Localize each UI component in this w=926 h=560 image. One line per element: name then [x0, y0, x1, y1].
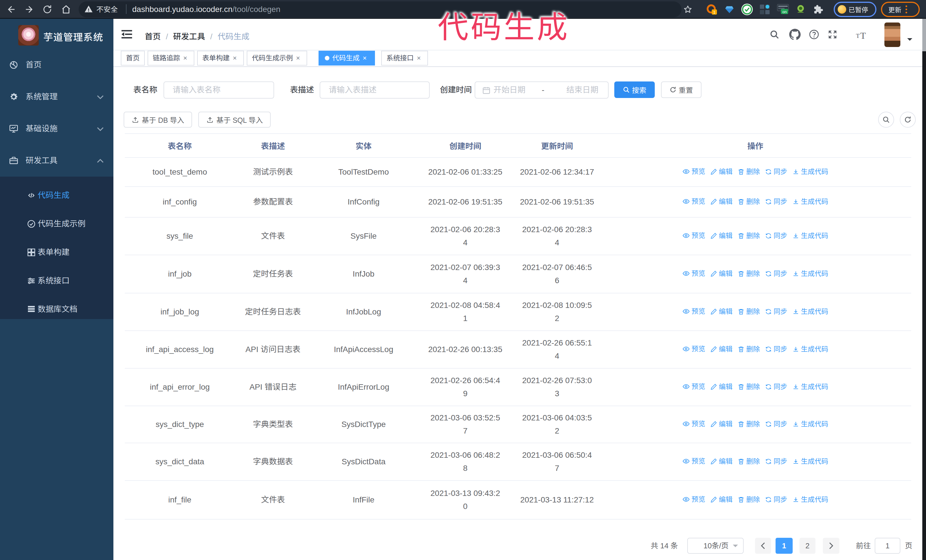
svg-text:on: on [782, 10, 787, 14]
svg-text:T: T [856, 32, 860, 39]
svg-text:1: 1 [713, 10, 716, 15]
svg-text:T: T [860, 30, 866, 39]
